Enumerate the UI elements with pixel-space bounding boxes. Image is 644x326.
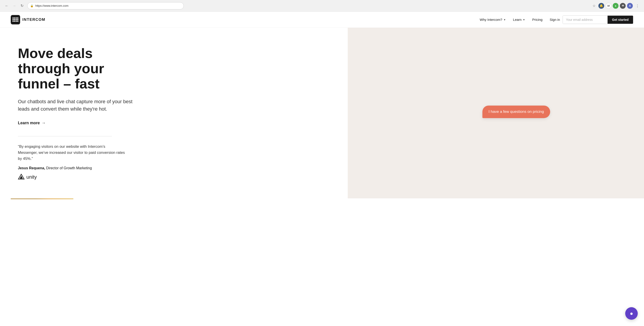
signin-link[interactable]: Sign in (550, 18, 560, 22)
more-button[interactable]: ⋮ (634, 3, 640, 9)
nav-actions: Sign in Get started (550, 16, 633, 24)
logo-dot-9 (12, 21, 14, 22)
learn-chevron-icon: ▼ (522, 18, 525, 21)
hero-title: Move deals through your funnel – fast (18, 46, 148, 92)
address-bar[interactable]: 🔒 https://www.intercom.com (27, 2, 184, 10)
extension-green[interactable]: ● (613, 3, 618, 9)
learn-more-text: Learn more (18, 121, 40, 125)
logo-dot-1 (12, 18, 14, 19)
unity-logo: unity (18, 174, 330, 181)
nav-why-label: Why Intercom? (480, 18, 502, 22)
logo-text: INTERCOM (22, 18, 46, 22)
hero-left: Move deals through your funnel – fast Ou… (0, 28, 348, 198)
back-button[interactable]: ← (4, 3, 10, 9)
nav-learn-label: Learn (513, 18, 522, 22)
divider (18, 136, 112, 136)
nav-pricing[interactable]: Pricing (532, 18, 542, 22)
nav-why-intercom[interactable]: Why Intercom? ▼ (480, 18, 506, 22)
browser-chrome: ← → ↻ 🔒 https://www.intercom.com ☆ 🔔 M ●… (0, 0, 644, 12)
hero-subtitle: Our chatbots and live chat capture more … (18, 98, 134, 113)
bottom-accent-bar (11, 198, 73, 199)
learn-more-link[interactable]: Learn more → (18, 121, 330, 125)
logo-dot-12 (17, 21, 18, 22)
site-header: INTERCOM Why Intercom? ▼ Learn ▼ Pricing… (0, 12, 644, 28)
logo-dot-2 (14, 18, 15, 19)
extension-m[interactable]: M (606, 3, 611, 9)
browser-actions: ☆ 🔔 M ● ✉ A ⋮ (591, 3, 640, 9)
url-text: https://www.intercom.com (35, 4, 68, 8)
logo-dot-5 (12, 19, 14, 20)
email-input[interactable] (563, 16, 608, 24)
lock-icon: 🔒 (30, 4, 34, 8)
hero-section: Move deals through your funnel – fast Ou… (0, 28, 644, 198)
browser-nav-buttons: ← → ↻ (4, 3, 25, 9)
author-title: Director of Growth Marketing (45, 166, 92, 170)
forward-button[interactable]: → (11, 3, 18, 9)
bookmark-button[interactable]: ☆ (591, 3, 597, 9)
extension-mail[interactable]: ✉ (620, 3, 626, 9)
logo-icon-inner (11, 16, 20, 23)
nav-learn[interactable]: Learn ▼ (513, 18, 525, 22)
logo-icon (11, 15, 20, 24)
why-chevron-icon: ▼ (503, 18, 506, 21)
unity-text: unity (26, 174, 37, 180)
get-started-button[interactable]: Get started (608, 16, 633, 24)
logo-dot-4 (17, 18, 18, 19)
logo-dot-10 (14, 21, 15, 22)
unity-logo-icon (18, 174, 24, 181)
logo-dot-8 (17, 19, 18, 20)
chat-bubble[interactable]: I have a few questions on pricing (482, 105, 550, 118)
logo-dot-6 (14, 19, 15, 20)
logo-dot-3 (16, 18, 17, 19)
logo-dot-11 (16, 21, 17, 22)
email-input-wrap: Get started (562, 16, 633, 24)
nav-pricing-label: Pricing (532, 18, 542, 22)
logo-dot-7 (16, 19, 17, 20)
refresh-button[interactable]: ↻ (19, 3, 25, 9)
testimonial-text: “By engaging visitors on our website wit… (18, 143, 125, 162)
site-wrapper: INTERCOM Why Intercom? ▼ Learn ▼ Pricing… (0, 12, 644, 199)
extension-avatar[interactable]: A (627, 3, 633, 9)
nav-links: Why Intercom? ▼ Learn ▼ Pricing (480, 18, 542, 22)
learn-more-arrow-icon: → (42, 121, 46, 125)
extension-notif[interactable]: 🔔 (598, 3, 604, 9)
logo-area[interactable]: INTERCOM (11, 15, 46, 24)
author-name: Jesus Requena, (18, 166, 45, 170)
testimonial-author: Jesus Requena, Director of Growth Market… (18, 166, 330, 170)
hero-right: I have a few questions on pricing (348, 28, 644, 198)
